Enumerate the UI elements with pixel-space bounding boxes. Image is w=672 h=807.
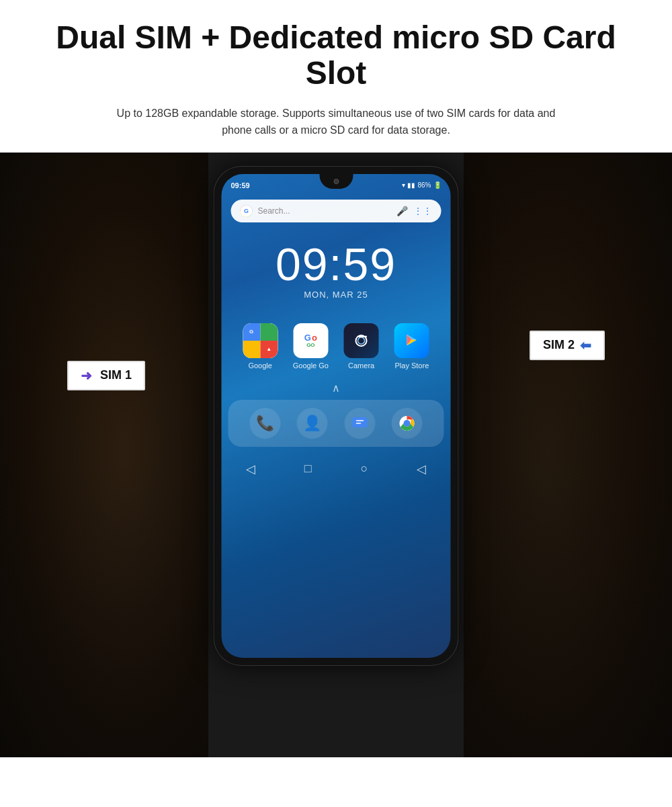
app-play-store-label: Play Store	[395, 362, 429, 370]
search-bar[interactable]: G Search... 🎤 ⋮⋮	[231, 200, 442, 222]
app-play-store[interactable]: Play Store	[390, 323, 433, 370]
person-right-bg	[464, 153, 672, 757]
dock-contacts[interactable]: 👤	[297, 408, 328, 439]
maps-quadrant-4: ▲	[260, 341, 278, 358]
status-time: 09:59	[231, 181, 250, 189]
sim2-label: SIM 2 ⬅	[530, 331, 605, 360]
app-google-label: Google	[248, 362, 271, 370]
apps-grid-icon[interactable]: ⋮⋮	[413, 206, 432, 216]
chrome-svg-icon	[398, 415, 415, 432]
front-camera	[333, 179, 339, 184]
chevron-up-icon: ∧	[332, 382, 340, 394]
dock-messages[interactable]	[344, 408, 375, 439]
messages-svg-icon	[351, 415, 368, 432]
maps-quadrant-2	[260, 323, 278, 341]
sim2-arrow-icon: ⬅	[580, 337, 591, 353]
battery-level: 86%	[417, 181, 431, 189]
clock-date: MON, MAR 25	[222, 290, 451, 300]
search-placeholder: Search...	[258, 206, 391, 216]
svg-point-3	[365, 335, 367, 337]
maps-quadrant-3	[243, 341, 260, 358]
mic-icon[interactable]: 🎤	[396, 206, 408, 216]
app-camera-label: Camera	[348, 362, 374, 370]
app-google-go[interactable]: Go GO Google Go	[289, 323, 333, 370]
playstore-svg-icon	[402, 331, 422, 351]
phone-container: 09:59 ▾ ▮▮ 86% 🔋 G Search... 🎤 ⋮⋮	[214, 166, 459, 666]
wifi-icon: ▾	[402, 181, 405, 189]
signal-icon: ▮▮	[407, 181, 415, 189]
header-section: Dual SIM + Dedicated micro SD Card Slot …	[0, 0, 672, 153]
svg-point-1	[358, 337, 365, 344]
nav-bar: ◁ □ ○ ◁	[222, 455, 451, 486]
battery-icon: 🔋	[433, 181, 442, 189]
app-google[interactable]: G ▲ Google	[239, 323, 282, 370]
dock-bar: 📞 👤	[228, 400, 444, 447]
triangle-button[interactable]: ◁	[417, 462, 426, 476]
page-subtitle: Up to 128GB expandable storage. Supports…	[101, 105, 571, 139]
google-logo: G	[241, 205, 253, 217]
sim1-label: ➜ SIM 1	[67, 361, 145, 390]
dark-section: ➜ SIM 1 SIM 2 ⬅ 09:59 ▾ ▮▮ 86%	[0, 153, 672, 757]
clock-area: 09:59 MON, MAR 25	[222, 228, 451, 303]
app-google-go-label: Google Go	[293, 362, 329, 370]
contacts-icon: 👤	[303, 415, 321, 432]
person-left-bg	[0, 153, 208, 757]
phone-screen: 09:59 ▾ ▮▮ 86% 🔋 G Search... 🎤 ⋮⋮	[222, 174, 451, 658]
camera-svg-icon	[351, 331, 372, 351]
status-icons: ▾ ▮▮ 86% 🔋	[402, 181, 441, 189]
dock-phone[interactable]: 📞	[250, 408, 281, 439]
svg-point-7	[403, 420, 410, 427]
phone-icon: 📞	[256, 415, 274, 432]
app-grid: G ▲ Google Go	[222, 303, 451, 376]
maps-quadrant-1: G	[243, 323, 260, 341]
back-button[interactable]: ◁	[246, 462, 255, 476]
app-camera[interactable]: Camera	[339, 323, 383, 370]
svg-rect-2	[358, 335, 365, 337]
sim1-arrow-icon: ➜	[81, 368, 92, 384]
home-button[interactable]: ○	[360, 462, 368, 476]
dock-chrome[interactable]	[391, 408, 422, 439]
recent-button[interactable]: □	[304, 462, 312, 476]
svg-rect-5	[352, 417, 367, 427]
phone-shell: 09:59 ▾ ▮▮ 86% 🔋 G Search... 🎤 ⋮⋮	[214, 166, 459, 666]
page-title: Dual SIM + Dedicated micro SD Card Slot	[27, 20, 645, 91]
swipe-indicator: ∧	[222, 376, 451, 400]
clock-time: 09:59	[222, 241, 451, 287]
